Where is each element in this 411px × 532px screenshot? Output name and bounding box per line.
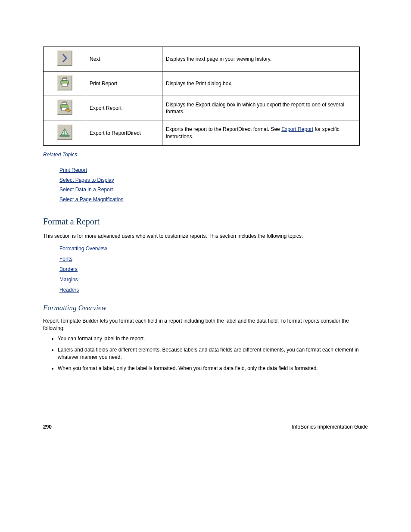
table-row: Export to ReportDirect Exports the repor…: [44, 121, 360, 145]
table-row: Next Displays the next page in your view…: [44, 47, 360, 72]
svg-rect-0: [62, 78, 67, 81]
export-report-link[interactable]: Export Report: [281, 126, 313, 132]
button-name-cell: Next: [86, 47, 162, 72]
related-link[interactable]: Print Report: [59, 167, 87, 173]
svg-point-3: [67, 81, 68, 82]
list-item: You can format any label in the report.: [58, 335, 368, 342]
toc-link[interactable]: Headers: [59, 287, 79, 293]
toc-link[interactable]: Fonts: [59, 256, 72, 262]
section-heading-format: Format a Report: [43, 217, 368, 227]
related-link[interactable]: Select a Page Magnification: [59, 196, 124, 202]
export-report-icon: [57, 124, 72, 140]
doc-title: InfoSonics Implementation Guide: [292, 424, 368, 430]
chevron-right-icon: [57, 50, 72, 66]
related-link[interactable]: Select Pages to Display: [59, 177, 114, 183]
overview-bullet-list: You can format any label in the report. …: [58, 335, 368, 372]
table-row: Export Report Displays the Export dialog…: [44, 96, 360, 121]
svg-rect-4: [62, 103, 66, 105]
overview-paragraph: Report Template Builder lets you format …: [43, 317, 368, 332]
section-heading-overview: Formatting Overview: [43, 304, 368, 312]
toolbar-buttons-table: Next Displays the next page in your view…: [43, 47, 360, 146]
related-link[interactable]: Select Data in a Report: [59, 187, 113, 193]
button-desc-cell: Displays the Export dialog box in which …: [162, 96, 360, 121]
toc-link[interactable]: Formatting Overview: [59, 246, 107, 252]
svg-rect-2: [62, 83, 67, 87]
page-footer: 290 InfoSonics Implementation Guide: [43, 424, 368, 430]
section-intro: This section is for more advanced users …: [43, 233, 368, 240]
button-name-cell: Export to ReportDirect: [86, 121, 162, 145]
table-row: Print Report Displays the Print dialog b…: [44, 72, 360, 96]
toc-link[interactable]: Margins: [59, 277, 78, 283]
button-desc-cell: Exports the report to the ReportDirect f…: [162, 121, 360, 145]
button-name-cell: Export Report: [86, 96, 162, 121]
printer-export-icon: [57, 100, 72, 115]
page-number: 290: [43, 424, 52, 430]
desc-text: Exports the report to the ReportDirect f…: [166, 126, 281, 132]
list-item: When you format a label, only the label …: [58, 365, 368, 372]
button-name-cell: Print Report: [86, 72, 162, 96]
button-desc-cell: Displays the Print dialog box.: [162, 72, 360, 96]
related-topics-heading[interactable]: Related Topics: [43, 152, 77, 158]
svg-rect-7: [60, 135, 69, 137]
printer-icon: [57, 75, 72, 90]
button-desc-cell: Displays the next page in your viewing h…: [162, 47, 360, 72]
list-item: Labels and data fields are different ele…: [58, 346, 368, 361]
toc-link[interactable]: Borders: [59, 266, 78, 272]
